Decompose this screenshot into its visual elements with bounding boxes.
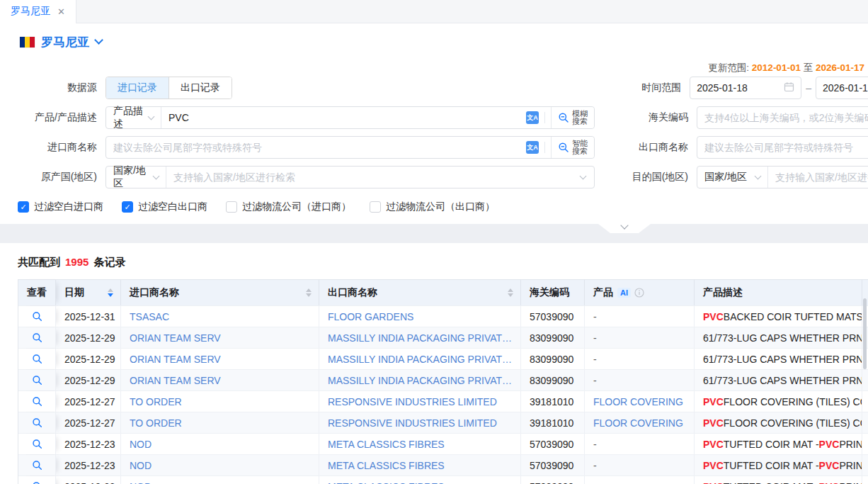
product-link[interactable]: FLOOR COVERING — [593, 417, 683, 429]
product-search-input[interactable] — [161, 112, 526, 123]
unchecked-checkbox-icon[interactable] — [370, 201, 381, 213]
importer-name-input[interactable] — [106, 142, 526, 153]
chevron-down-icon[interactable] — [94, 35, 103, 45]
importer-link[interactable]: ORIAN TEAM SERV — [130, 354, 221, 365]
checked-checkbox-icon[interactable]: ✓ — [18, 201, 29, 213]
date-end-input[interactable]: 2026-01-17 — [816, 77, 868, 99]
cell-next-clipped — [862, 391, 868, 412]
origin-country-select[interactable]: 国家/地区 — [106, 167, 166, 188]
view-record-button[interactable] — [30, 373, 44, 387]
column-header-exporter[interactable]: 出口商名称 — [319, 280, 521, 305]
description-text: 61/773-LUG CAPS WHETHER PRNTD... — [703, 354, 862, 365]
cell-next-clipped — [862, 434, 868, 454]
product-type-select[interactable]: 产品描述 — [106, 107, 161, 128]
importer-link[interactable]: ORIAN TEAM SERV — [130, 375, 221, 386]
exporter-link[interactable]: RESPONSIVE INDUSTRIES LIMITED — [328, 417, 497, 429]
translate-icon[interactable]: 文A — [526, 141, 539, 154]
exporter-name-input[interactable] — [697, 136, 868, 159]
importer-link[interactable]: ORIAN TEAM SERV — [130, 332, 221, 344]
product-empty: - — [593, 439, 597, 450]
cell-view — [18, 306, 56, 327]
exporter-link[interactable]: MASSILLY INDIA PACKAGING PRIVATE LIMI... — [328, 354, 513, 365]
sort-carets-icon[interactable] — [306, 288, 312, 297]
importer-link[interactable]: NOD — [130, 460, 152, 471]
exporter-link[interactable]: RESPONSIVE INDUSTRIES LIMITED — [328, 396, 497, 407]
product-label: 产品/产品描述 — [0, 111, 97, 124]
keyword-highlight: PVC — [703, 417, 724, 429]
view-record-button[interactable] — [30, 437, 44, 451]
cell-view — [18, 455, 56, 475]
destination-search-input[interactable] — [768, 171, 868, 183]
import-records-button[interactable]: 进口记录 — [106, 77, 169, 99]
close-icon[interactable]: ✕ — [57, 6, 65, 17]
exporter-link[interactable]: MASSILLY INDIA PACKAGING PRIVATE LIMI... — [328, 375, 513, 386]
table-row: 2025-12-31TSASACFLOOR GARDENS57039090-PV… — [18, 305, 868, 327]
exporter-link[interactable]: META CLASSICS FIBRES — [328, 439, 445, 450]
filter-logistics-importer-checkbox[interactable]: 过滤物流公司（进口商） — [226, 201, 351, 213]
vertical-scrollbar[interactable] — [863, 298, 867, 369]
filter-blank-exporter-checkbox[interactable]: ✓过滤空白出口商 — [122, 201, 207, 213]
importer-link[interactable]: TO ORDER — [130, 417, 182, 429]
column-label: 产品 — [593, 286, 613, 299]
cell-description: PVC TUFTED COIR MAT - PVC PRINT... — [695, 434, 862, 454]
checkbox-label: 过滤物流公司（进口商） — [242, 201, 351, 213]
date-start-input[interactable]: 2025-01-18 — [690, 77, 801, 99]
cell-hs_code: 83099090 — [521, 327, 585, 348]
results-panel: 共匹配到 1995 条记录 查看日期进口商名称出口商名称海关编码产品AI产品描述… — [0, 243, 868, 484]
column-header-hs_code: 海关编码 — [521, 280, 585, 305]
export-records-button[interactable]: 出口记录 — [169, 77, 232, 99]
filter-panel: 数据源 进口记录 出口记录 更新范围: 2012-01-01 至 2026-01… — [0, 60, 868, 224]
row-importer-exporter: 进口商名称 文A 智能 搜索 出口商名称 — [0, 136, 868, 159]
smart-search-button[interactable]: 智能 搜索 — [551, 137, 594, 158]
importer-link[interactable]: NOD — [130, 439, 152, 450]
filter-logistics-exporter-checkbox[interactable]: 过滤物流公司（出口商） — [370, 201, 495, 213]
importer-link[interactable]: TO ORDER — [130, 396, 182, 407]
destination-country-select[interactable]: 国家/地区 — [697, 167, 768, 188]
exporter-link[interactable]: META CLASSICS FIBRES — [328, 460, 445, 471]
country-name[interactable]: 罗马尼亚 — [41, 34, 89, 50]
sort-carets-icon[interactable] — [108, 288, 113, 297]
checked-checkbox-icon[interactable]: ✓ — [122, 201, 133, 213]
product-empty: - — [593, 354, 597, 365]
exporter-link[interactable]: MASSILLY INDIA PACKAGING PRIVATE LIMI... — [328, 332, 513, 344]
info-icon[interactable] — [634, 288, 644, 298]
exporter-link[interactable]: FLOOR GARDENS — [328, 311, 413, 322]
collapse-filters-handle[interactable] — [598, 224, 651, 233]
origin-search-input[interactable] — [166, 171, 581, 183]
unchecked-checkbox-icon[interactable] — [226, 201, 237, 213]
hs-code-input[interactable] — [697, 106, 868, 129]
column-label: 海关编码 — [530, 286, 569, 299]
description-text: TUFTED COIR MAT - — [724, 460, 819, 471]
view-record-button[interactable] — [30, 395, 44, 408]
view-record-button[interactable] — [30, 416, 44, 429]
importer-link[interactable]: NOD — [130, 481, 152, 484]
cell-product: - — [585, 349, 695, 369]
filter-blank-importer-checkbox[interactable]: ✓过滤空白进口商 — [18, 201, 103, 213]
cell-product: - — [585, 476, 695, 484]
cell-description: PVC FLOOR COVERING (TILES) CONT... — [695, 391, 862, 412]
sort-carets-icon[interactable] — [508, 288, 513, 297]
records-table: 查看日期进口商名称出口商名称海关编码产品AI产品描述2025-12-31TSAS… — [18, 279, 868, 484]
column-label: 查看 — [27, 286, 47, 299]
view-record-button[interactable] — [30, 331, 44, 344]
fuzzy-search-button[interactable]: 模糊 搜索 — [551, 107, 594, 128]
translate-icon[interactable]: 文A — [526, 111, 539, 124]
view-record-button[interactable] — [30, 310, 44, 323]
cell-date: 2025-12-27 — [56, 391, 121, 412]
cell-hs_code: 57039090 — [521, 455, 585, 475]
view-record-button[interactable] — [30, 458, 44, 472]
row-origin-destination: 原产国(地区) 国家/地区 目的国(地区) 国家/地区 — [0, 166, 868, 188]
hs-code-label: 海关编码 — [602, 111, 688, 124]
cell-view — [18, 370, 56, 390]
exporter-link[interactable]: META CLASSICS FIBRES — [328, 481, 445, 484]
view-record-button[interactable] — [30, 352, 44, 366]
column-header-importer[interactable]: 进口商名称 — [121, 280, 319, 305]
tab-romania[interactable]: 罗马尼亚 ✕ — [0, 0, 76, 23]
cell-importer: ORIAN TEAM SERV — [121, 349, 319, 369]
importer-link[interactable]: TSASAC — [130, 311, 169, 322]
chevron-down-icon — [148, 113, 155, 120]
product-link[interactable]: FLOOR COVERING — [593, 396, 683, 407]
view-record-button[interactable] — [30, 480, 44, 484]
column-header-date[interactable]: 日期 — [56, 280, 121, 305]
zoom-search-icon — [558, 142, 569, 153]
